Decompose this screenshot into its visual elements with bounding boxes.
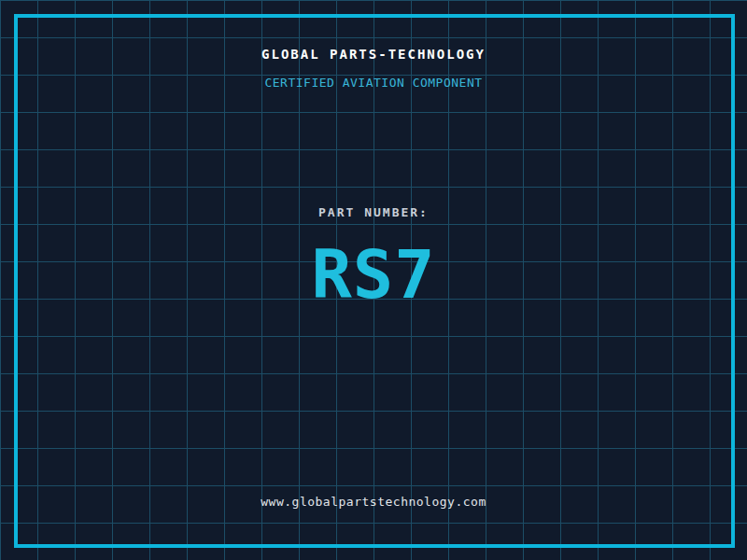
certificate-card: GLOBAL PARTS-TECHNOLOGY CERTIFIED AVIATI… — [0, 0, 747, 560]
part-number-label: PART NUMBER: — [0, 205, 747, 219]
certification-subtitle: CERTIFIED AVIATION COMPONENT — [0, 76, 747, 90]
company-title: GLOBAL PARTS-TECHNOLOGY — [0, 47, 747, 62]
part-number-value: RS7 — [0, 241, 747, 308]
website-url: www.globalpartstechnology.com — [0, 495, 747, 509]
